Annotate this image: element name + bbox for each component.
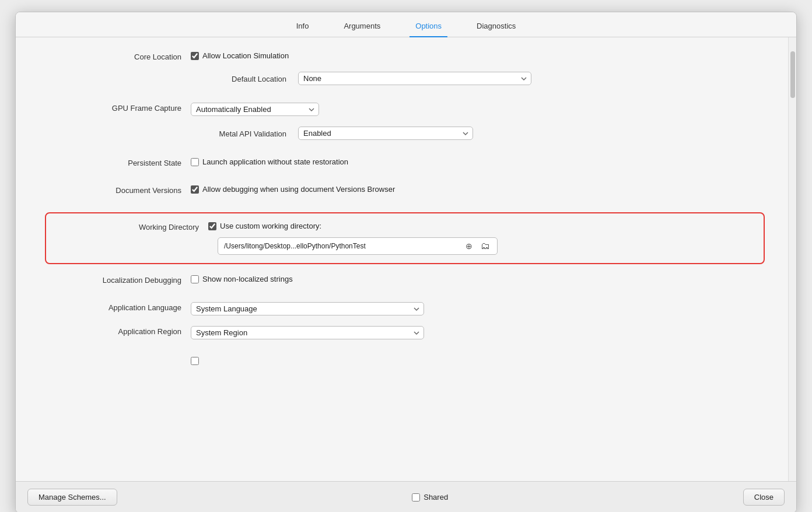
shared-label: Shared — [424, 493, 448, 502]
application-language-select[interactable]: System Language English French German — [191, 302, 424, 315]
partial-bottom-row — [39, 357, 765, 365]
metal-api-validation-label: Metal API Validation — [200, 128, 293, 138]
scrollbar-track[interactable] — [788, 37, 796, 481]
content-area: Core Location Allow Location Simulation … — [16, 37, 796, 481]
default-location-row: Default Location None Custom Location — [200, 72, 765, 85]
document-versions-row: Document Versions Allow debugging when u… — [39, 185, 765, 195]
manage-schemes-button[interactable]: Manage Schemes... — [27, 489, 117, 506]
localization-debugging-text: Show non-localized strings — [202, 275, 293, 283]
scrollbar-thumb[interactable] — [790, 51, 795, 98]
allow-location-simulation-text: Allow Location Simulation — [202, 51, 289, 60]
footer-right: Close — [743, 489, 785, 506]
refresh-icon[interactable]: ⊕ — [463, 240, 475, 252]
persistent-state-checkbox-label[interactable]: Launch application without state restora… — [191, 157, 348, 166]
shared-checkbox-label[interactable]: Shared — [412, 493, 448, 502]
main-panel: Core Location Allow Location Simulation … — [16, 37, 788, 481]
core-location-label: Core Location — [39, 51, 191, 61]
persistent-state-label: Persistent State — [39, 157, 191, 167]
gpu-frame-capture-select[interactable]: Automatically Enabled Disabled Metal — [191, 103, 319, 116]
working-directory-checkbox[interactable] — [208, 222, 216, 230]
partial-bottom-checkbox[interactable] — [191, 357, 199, 365]
tab-options[interactable]: Options — [410, 18, 447, 37]
document-versions-label: Document Versions — [39, 185, 191, 195]
footer: Manage Schemes... Shared Close — [16, 481, 796, 512]
core-location-control: Allow Location Simulation — [191, 51, 765, 60]
document-versions-control: Allow debugging when using document Vers… — [191, 185, 765, 194]
working-directory-checkbox-label[interactable]: Use custom working directory: — [208, 222, 321, 230]
application-language-row: Application Language System Language Eng… — [39, 302, 765, 315]
document-versions-checkbox[interactable] — [191, 185, 199, 194]
working-directory-label: Working Directory — [57, 222, 208, 232]
persistent-state-text: Launch application without state restora… — [202, 157, 348, 166]
tab-bar: Info Arguments Options Diagnostics — [16, 12, 796, 37]
application-region-label: Application Region — [39, 326, 191, 336]
localization-debugging-checkbox[interactable] — [191, 275, 199, 283]
application-region-select[interactable]: System Region United States United Kingd… — [191, 326, 424, 339]
gpu-frame-capture-label: GPU Frame Capture — [39, 103, 191, 113]
application-language-control: System Language English French German — [191, 302, 765, 315]
shared-checkbox[interactable] — [412, 493, 420, 502]
partial-bottom-control — [191, 357, 765, 365]
gpu-frame-capture-row: GPU Frame Capture Automatically Enabled … — [39, 103, 765, 116]
working-directory-row: Working Directory Use custom working dir… — [57, 222, 753, 232]
allow-location-simulation-checkbox[interactable] — [191, 52, 199, 60]
persistent-state-row: Persistent State Launch application with… — [39, 157, 765, 167]
document-versions-checkbox-label[interactable]: Allow debugging when using document Vers… — [191, 185, 395, 194]
metal-api-validation-select[interactable]: Enabled Disabled — [298, 127, 473, 140]
localization-debugging-control: Show non-localized strings — [191, 275, 765, 283]
folder-icon[interactable]: 🗂 — [480, 240, 491, 252]
working-directory-check-text: Use custom working directory: — [220, 222, 321, 230]
tab-diagnostics[interactable]: Diagnostics — [471, 18, 522, 37]
localization-debugging-checkbox-label[interactable]: Show non-localized strings — [191, 275, 293, 283]
working-directory-inner: Working Directory Use custom working dir… — [57, 222, 753, 255]
partial-bottom-label — [39, 357, 191, 358]
close-button[interactable]: Close — [743, 489, 785, 506]
application-region-row: Application Region System Region United … — [39, 326, 765, 339]
persistent-state-checkbox[interactable] — [191, 158, 199, 166]
application-language-label: Application Language — [39, 302, 191, 312]
tab-info[interactable]: Info — [290, 18, 315, 37]
core-location-row: Core Location Allow Location Simulation — [39, 51, 765, 61]
path-text: /Users/litong/Desktop...elloPython/Pytho… — [224, 242, 459, 250]
application-region-control: System Region United States United Kingd… — [191, 326, 765, 339]
tab-arguments[interactable]: Arguments — [338, 18, 386, 37]
path-display[interactable]: /Users/litong/Desktop...elloPython/Pytho… — [218, 237, 498, 255]
persistent-state-control: Launch application without state restora… — [191, 157, 765, 166]
document-versions-text: Allow debugging when using document Vers… — [202, 185, 395, 194]
path-input-row: /Users/litong/Desktop...elloPython/Pytho… — [218, 237, 753, 255]
default-location-label: Default Location — [200, 73, 293, 83]
gpu-frame-capture-control: Automatically Enabled Disabled Metal — [191, 103, 765, 116]
working-directory-control: Use custom working directory: — [208, 222, 753, 230]
metal-api-validation-row: Metal API Validation Enabled Disabled — [200, 127, 765, 140]
allow-location-simulation-label[interactable]: Allow Location Simulation — [191, 51, 289, 60]
default-location-select[interactable]: None Custom Location — [298, 72, 531, 85]
footer-center: Shared — [117, 493, 743, 502]
main-window: Info Arguments Options Diagnostics Core … — [15, 12, 797, 512]
localization-debugging-row: Localization Debugging Show non-localize… — [39, 275, 765, 285]
localization-debugging-label: Localization Debugging — [39, 275, 191, 285]
working-directory-highlighted-box: Working Directory Use custom working dir… — [45, 212, 765, 264]
